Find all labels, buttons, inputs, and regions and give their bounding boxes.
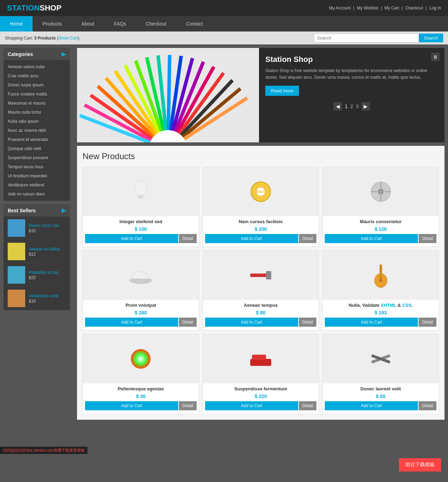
product-image bbox=[83, 167, 199, 216]
bestseller-name-link[interactable]: Donec nunc nisl bbox=[29, 223, 58, 228]
category-link[interactable]: Vestibulum eleifend bbox=[8, 183, 44, 187]
category-link[interactable]: Aenean varius nulla bbox=[8, 64, 44, 69]
detail-button[interactable]: Detail bbox=[299, 318, 317, 327]
bestseller-price: $16 bbox=[29, 299, 36, 304]
product-card: Integer eleifend sed $ 100 Add to Cart D… bbox=[83, 167, 199, 247]
cart-count: 3 Products bbox=[34, 36, 56, 41]
bestseller-name-link[interactable]: Phasellus ut dui bbox=[29, 270, 58, 275]
detail-button[interactable]: Detail bbox=[419, 318, 436, 327]
product-price: $ 220 bbox=[203, 392, 319, 401]
logo[interactable]: STATIONSHOP bbox=[7, 3, 62, 13]
category-link[interactable]: Ut tincidunt imperdiet bbox=[8, 173, 47, 178]
products-title: New Products bbox=[83, 151, 439, 161]
slide-prev-button[interactable]: ◀ bbox=[334, 102, 342, 111]
product-actions: Add to Cart Detail bbox=[203, 234, 319, 243]
bestseller-item: Aenean eu tellus $12 bbox=[4, 240, 70, 263]
category-item: Mauris nulla tortor bbox=[4, 108, 70, 117]
detail-button[interactable]: Detail bbox=[179, 401, 197, 410]
detail-button[interactable]: Detail bbox=[299, 234, 317, 243]
slide-dot-1[interactable]: 1 bbox=[345, 104, 348, 109]
product-price: $ 260 bbox=[83, 309, 199, 318]
slide-dot-2[interactable]: 2 bbox=[350, 104, 353, 109]
product-name: Pellentesque egestas bbox=[83, 383, 199, 392]
add-to-cart-button[interactable]: Add to Cart bbox=[85, 401, 178, 410]
add-to-cart-button[interactable]: Add to Cart bbox=[85, 234, 178, 243]
search-input[interactable] bbox=[314, 34, 419, 42]
category-link[interactable]: Nulla odio ipsum bbox=[8, 119, 39, 124]
category-link[interactable]: Nunc ac viverra nibh bbox=[8, 128, 46, 133]
product-name: Suspendisse fermentum bbox=[203, 383, 319, 392]
add-to-cart-button[interactable]: Add to Cart bbox=[325, 401, 418, 410]
nav-products[interactable]: Products bbox=[33, 16, 71, 31]
slide-image bbox=[77, 48, 259, 142]
add-to-cart-button[interactable]: Add to Cart bbox=[85, 318, 178, 327]
product-price: $ 193 bbox=[323, 309, 439, 318]
nav-contact[interactable]: Contact bbox=[176, 16, 212, 31]
add-to-cart-button[interactable]: Add to Cart bbox=[325, 318, 418, 327]
categories-arrow-icon: ▶ bbox=[62, 51, 66, 57]
category-link[interactable]: Maecenas et mauris bbox=[8, 101, 46, 106]
product-actions: Add to Cart Detail bbox=[83, 318, 199, 327]
css-link[interactable]: CSS bbox=[402, 303, 412, 308]
nav-home[interactable]: Home bbox=[0, 16, 33, 31]
product-price: $ 80 bbox=[203, 309, 319, 318]
bestseller-thumb bbox=[8, 290, 25, 307]
slideshow: ⏸ Station Shop Station Shop is free webs… bbox=[77, 48, 444, 142]
add-to-cart-button[interactable]: Add to Cart bbox=[205, 401, 298, 410]
add-to-cart-button[interactable]: Add to Cart bbox=[205, 318, 298, 327]
header-links: My Account | My Wishlist | My Cart | Che… bbox=[329, 6, 441, 10]
my-account-link[interactable]: My Account bbox=[329, 6, 351, 10]
cart-text: Shopping Cart: bbox=[5, 36, 33, 41]
detail-button[interactable]: Detail bbox=[179, 234, 197, 243]
category-link[interactable]: Donec turpis ipsum bbox=[8, 83, 44, 87]
my-wishlist-link[interactable]: My Wishlist bbox=[357, 6, 378, 10]
my-cart-link[interactable]: My Cart bbox=[384, 6, 399, 10]
sidebar: Categories ▶ Aenean varius nullaCras mat… bbox=[0, 44, 74, 423]
search-button[interactable]: Search bbox=[419, 34, 443, 42]
category-link[interactable]: Praesent id venenatis bbox=[8, 137, 48, 142]
checkout-link[interactable]: Checkout bbox=[405, 6, 423, 10]
category-item: Praesent id venenatis bbox=[4, 135, 70, 144]
bestseller-item: Vestibulum ante $16 bbox=[4, 287, 70, 310]
show-cart-link[interactable]: Show Cart bbox=[58, 36, 78, 41]
detail-button[interactable]: Detail bbox=[419, 401, 436, 410]
bestsellers-header: Best Sellers ▶ bbox=[4, 204, 70, 217]
category-item: Maecenas et mauris bbox=[4, 99, 70, 108]
bestseller-info: Vestibulum ante $16 bbox=[29, 293, 58, 304]
category-link[interactable]: Suspendisse posuere bbox=[8, 155, 48, 160]
login-link[interactable]: Log In bbox=[429, 6, 441, 10]
product-actions: Add to Cart Detail bbox=[83, 234, 199, 243]
add-to-cart-button[interactable]: Add to Cart bbox=[205, 234, 298, 243]
categories-list: Aenean varius nullaCras mattis arcuDonec… bbox=[4, 60, 70, 201]
category-item: Suspendisse posuere bbox=[4, 153, 70, 162]
svg-point-37 bbox=[379, 279, 383, 282]
product-image bbox=[203, 167, 319, 216]
bestseller-name-link[interactable]: Aenean eu tellus bbox=[29, 247, 60, 251]
pause-button[interactable]: ⏸ bbox=[431, 53, 440, 61]
detail-button[interactable]: Detail bbox=[179, 318, 197, 327]
xhtml-link[interactable]: XHTML bbox=[381, 303, 397, 308]
category-link[interactable]: Cras mattis arcu bbox=[8, 73, 38, 78]
category-link[interactable]: Fusce sodales mattis bbox=[8, 92, 47, 97]
detail-button[interactable]: Detail bbox=[419, 234, 436, 243]
slide-svg bbox=[77, 48, 259, 142]
nav-faqs[interactable]: FAQs bbox=[104, 16, 136, 31]
category-link[interactable]: Quisque odio velit bbox=[8, 146, 41, 151]
svg-rect-34 bbox=[266, 271, 271, 279]
read-more-button[interactable]: Read more bbox=[265, 86, 299, 96]
category-link[interactable]: Tempus lacus risus bbox=[8, 164, 43, 169]
bestseller-name-link[interactable]: Vestibulum ante bbox=[29, 293, 58, 298]
detail-button[interactable]: Detail bbox=[299, 401, 317, 410]
bestseller-info: Aenean eu tellus $12 bbox=[29, 247, 60, 257]
category-link[interactable]: Mauris nulla tortor bbox=[8, 110, 41, 115]
product-actions: Add to Cart Detail bbox=[323, 401, 439, 410]
add-to-cart-button[interactable]: Add to Cart bbox=[325, 234, 418, 243]
category-item: Vestibulum eleifend bbox=[4, 180, 70, 190]
slide-title: Station Shop bbox=[265, 55, 438, 64]
slide-dot-3[interactable]: 3 bbox=[356, 104, 359, 109]
nav-checkout[interactable]: Checkout bbox=[136, 16, 176, 31]
category-link[interactable]: Velit mi rutrum diam bbox=[8, 192, 45, 197]
category-item: Donec turpis ipsum bbox=[4, 80, 70, 90]
slide-next-button[interactable]: ▶ bbox=[362, 102, 370, 111]
nav-about[interactable]: About bbox=[72, 16, 104, 31]
